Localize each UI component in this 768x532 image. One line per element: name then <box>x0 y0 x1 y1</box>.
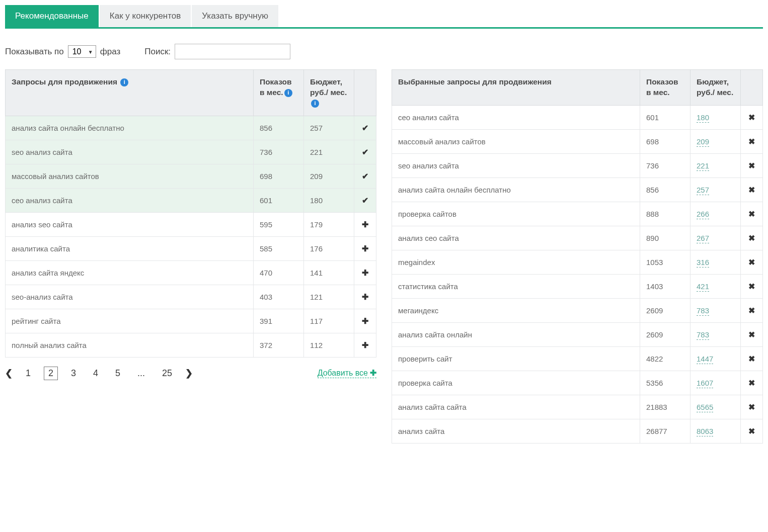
cell-views: 21883 <box>640 395 690 419</box>
budget-link[interactable]: 209 <box>697 137 709 147</box>
close-icon[interactable] <box>748 354 755 364</box>
cell-query: мегаиндекс <box>392 298 640 322</box>
cell-views: 26877 <box>640 419 690 443</box>
col-header-budget[interactable]: Бюджет, руб./ мес. <box>690 70 741 106</box>
check-icon[interactable] <box>362 147 368 157</box>
close-icon[interactable] <box>748 113 755 122</box>
check-icon[interactable] <box>362 171 368 181</box>
cell-query: рейтинг сайта <box>6 309 254 333</box>
close-icon[interactable] <box>748 402 755 412</box>
budget-link[interactable]: 266 <box>697 210 709 219</box>
table-row: анализ seo сайта595179 <box>6 212 376 236</box>
cell-budget: 267 <box>690 226 741 250</box>
pager-prev-icon[interactable]: ❮ <box>5 368 13 379</box>
cell-query: полный анализ сайта <box>6 333 254 357</box>
check-icon[interactable] <box>362 123 368 133</box>
close-icon[interactable] <box>748 137 755 146</box>
close-icon[interactable] <box>748 282 755 291</box>
cell-views: 1403 <box>640 274 690 298</box>
cell-action <box>354 309 376 333</box>
col-header-budget[interactable]: Бюджет, руб./ мес.i <box>304 70 354 116</box>
budget-link[interactable]: 267 <box>697 234 709 243</box>
tab[interactable]: Рекомендованные <box>5 5 99 27</box>
col-header-views[interactable]: Показов в мес. <box>640 70 690 106</box>
close-icon[interactable] <box>748 209 755 219</box>
col-header-query[interactable]: Выбранные запросы для продвижения <box>392 70 640 106</box>
cell-action <box>741 371 763 395</box>
close-icon[interactable] <box>748 330 755 339</box>
per-page-select[interactable]: 10 <box>68 45 96 58</box>
add-all-button[interactable]: Добавить все✚ <box>318 368 376 378</box>
plus-icon[interactable] <box>362 292 368 302</box>
budget-link[interactable]: 1607 <box>697 379 713 388</box>
col-header-views[interactable]: Показов в мес.i <box>254 70 304 116</box>
pager-page[interactable]: 3 <box>67 367 80 380</box>
pager-page[interactable]: 5 <box>111 367 124 380</box>
right-panel: Выбранные запросы для продвижения Показо… <box>392 69 763 444</box>
info-icon[interactable]: i <box>311 100 319 108</box>
cell-views: 585 <box>254 236 304 260</box>
cell-query: статистика сайта <box>392 274 640 298</box>
cell-views: 698 <box>254 164 304 188</box>
cell-budget: 112 <box>304 333 354 357</box>
plus-icon[interactable] <box>362 340 368 350</box>
show-suffix-label: фраз <box>100 47 121 57</box>
cell-query: анализ сайта онлайн <box>392 322 640 346</box>
selected-queries-table: Выбранные запросы для продвижения Показо… <box>392 69 763 444</box>
close-icon[interactable] <box>748 185 755 195</box>
pager-page[interactable]: 25 <box>158 367 176 380</box>
table-row: сео анализ сайта601180 <box>392 105 763 129</box>
close-icon[interactable] <box>748 378 755 388</box>
pager: ❮ 12345...25❯ <box>5 367 193 380</box>
plus-icon[interactable] <box>362 220 368 229</box>
close-icon[interactable] <box>748 161 755 170</box>
close-icon[interactable] <box>748 233 755 243</box>
budget-link[interactable]: 783 <box>697 306 709 316</box>
search-input[interactable] <box>175 44 290 59</box>
cell-query: анализ сайта онлайн бесплатно <box>6 116 254 140</box>
cell-action <box>354 212 376 236</box>
budget-link[interactable]: 6565 <box>697 403 713 412</box>
table-row: рейтинг сайта391117 <box>6 309 376 333</box>
cell-budget: 209 <box>690 129 741 153</box>
close-icon[interactable] <box>748 257 755 267</box>
cell-views: 736 <box>254 140 304 164</box>
info-icon[interactable]: i <box>120 78 128 86</box>
table-row: массовый анализ сайтов698209 <box>6 164 376 188</box>
cell-action <box>741 153 763 178</box>
budget-link[interactable]: 221 <box>697 161 709 171</box>
col-header-query[interactable]: Запросы для продвижения i <box>6 70 254 116</box>
budget-link[interactable]: 257 <box>697 186 709 195</box>
cell-views: 470 <box>254 260 304 285</box>
budget-link[interactable]: 8063 <box>697 427 713 436</box>
budget-link[interactable]: 180 <box>697 113 709 123</box>
plus-icon[interactable] <box>362 316 368 326</box>
tab[interactable]: Указать вручную <box>192 5 278 27</box>
cell-action <box>741 202 763 226</box>
cell-query: анализ сайта онлайн бесплатно <box>392 178 640 202</box>
budget-link[interactable]: 783 <box>697 330 709 340</box>
cell-query: анализ seo сайта <box>6 212 254 236</box>
info-icon[interactable]: i <box>284 89 292 97</box>
cell-budget: 783 <box>690 322 741 346</box>
budget-link[interactable]: 316 <box>697 258 709 268</box>
budget-link[interactable]: 421 <box>697 282 709 292</box>
pager-page[interactable]: 1 <box>22 367 35 380</box>
pager-next-icon[interactable]: ❯ <box>185 368 193 379</box>
tab[interactable]: Как у конкурентов <box>100 5 191 27</box>
pager-page[interactable]: 2 <box>44 367 58 380</box>
check-icon[interactable] <box>362 196 368 205</box>
budget-link[interactable]: 1447 <box>697 354 713 364</box>
close-icon[interactable] <box>748 306 755 315</box>
plus-icon[interactable] <box>362 244 368 253</box>
plus-icon[interactable] <box>362 268 368 278</box>
cell-query: анализ сео сайта <box>392 226 640 250</box>
cell-query: аналитика сайта <box>6 236 254 260</box>
close-icon[interactable] <box>748 426 755 436</box>
cell-action <box>741 129 763 153</box>
cell-views: 890 <box>640 226 690 250</box>
cell-budget: 266 <box>690 202 741 226</box>
cell-views: 888 <box>640 202 690 226</box>
pager-page[interactable]: 4 <box>89 367 102 380</box>
cell-query: seo анализ сайта <box>6 140 254 164</box>
